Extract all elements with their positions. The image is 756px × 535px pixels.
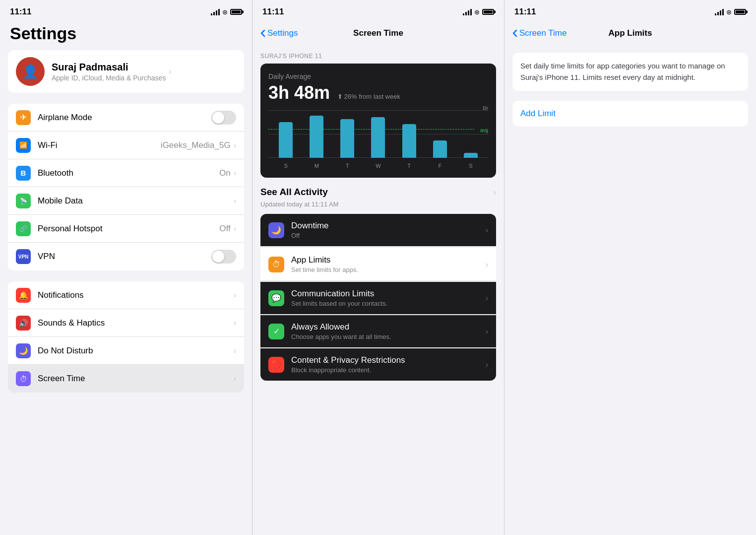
bar-t1 — [340, 119, 354, 158]
updated-text: Updated today at 11:11 AM — [252, 201, 504, 214]
nav-bar-3: Screen Time App Limits — [504, 20, 756, 45]
comm-limits-chevron: › — [486, 294, 488, 303]
back-button-settings[interactable]: Settings — [260, 28, 298, 38]
status-bar-2: 11:11 ⊛ — [252, 0, 504, 20]
content-privacy-text: Content & Privacy Restrictions Block ina… — [291, 355, 486, 374]
see-all-label: See All Activity — [260, 187, 328, 198]
daily-avg-row: 3h 48m ⬆ 26% from last week — [268, 82, 488, 103]
bar-col-t2 — [394, 124, 425, 158]
status-icons-2: ⊛ — [463, 8, 494, 16]
settings-section-2: 🔔 Notifications › 🔊 Sounds & Haptics › 🌙… — [8, 281, 244, 393]
nav-title-app-limits: App Limits — [609, 28, 652, 38]
wifi-label: Wi-Fi — [38, 140, 161, 150]
airplane-mode-icon: ✈ — [16, 110, 31, 125]
screen-time-icon: ⏱ — [16, 371, 31, 386]
status-icons-3: ⊛ — [715, 8, 746, 16]
days-row: S M T W T F S — [268, 163, 488, 169]
app-limits-text: App Limits Set time limits for apps. — [291, 255, 486, 273]
comm-limits-row[interactable]: 💬 Communication Limits Set limits based … — [260, 282, 496, 314]
settings-row-notifications[interactable]: 🔔 Notifications › — [8, 281, 244, 309]
settings-row-bluetooth[interactable]: B Bluetooth On › — [8, 159, 244, 187]
day-s2: S — [455, 163, 486, 169]
status-icons-1: ⊛ — [211, 8, 242, 16]
device-label: SURAJ'S IPHONE 11 — [252, 45, 504, 64]
airplane-mode-label: Airplane Mode — [38, 113, 211, 123]
daily-avg-change: ⬆ 26% from last week — [337, 93, 400, 100]
day-t2: T — [394, 163, 425, 169]
downtime-label: Downtime — [291, 221, 486, 231]
settings-row-wifi[interactable]: 📶 Wi-Fi iGeeks_Media_5G › — [8, 132, 244, 159]
sounds-chevron: › — [234, 319, 236, 328]
bar-col-s1 — [270, 122, 301, 158]
bar-s1 — [279, 122, 293, 158]
hotspot-label: Personal Hotspot — [38, 224, 219, 234]
settings-row-vpn[interactable]: VPN VPN — [8, 243, 244, 270]
screen-time-label: Screen Time — [38, 374, 231, 384]
see-all-row[interactable]: See All Activity › — [252, 178, 504, 201]
app-limits-chevron: › — [486, 260, 488, 269]
settings-row-dnd[interactable]: 🌙 Do Not Disturb › — [8, 337, 244, 365]
always-allowed-chevron: › — [486, 327, 488, 336]
sounds-label: Sounds & Haptics — [38, 318, 231, 328]
bar-s2 — [464, 153, 478, 158]
content-privacy-row[interactable]: 🚫 Content & Privacy Restrictions Block i… — [260, 348, 496, 381]
app-limits-section: ⏱ App Limits Set time limits for apps. › — [260, 248, 496, 281]
comm-limits-icon: 💬 — [268, 290, 284, 306]
day-f: F — [425, 163, 455, 169]
airplane-mode-toggle[interactable] — [211, 111, 236, 125]
usage-chart: 6h avg S M T W T F — [268, 110, 488, 170]
add-limit-row[interactable]: Add Limit — [512, 101, 748, 127]
comm-limits-sub: Set limits based on your contacts. — [291, 300, 486, 307]
wifi-icon-2: ⊛ — [474, 8, 480, 16]
notifications-chevron: › — [234, 291, 236, 300]
bluetooth-icon: B — [16, 166, 31, 181]
downtime-row[interactable]: 🌙 Downtime Off › — [260, 214, 496, 246]
profile-row[interactable]: 👤 Suraj Padmasali Apple ID, iCloud, Medi… — [8, 50, 244, 93]
settings-row-sounds[interactable]: 🔊 Sounds & Haptics › — [8, 309, 244, 337]
avatar: 👤 — [16, 57, 45, 86]
signal-icon — [211, 9, 220, 15]
mobile-data-chevron: › — [234, 197, 236, 205]
settings-row-personal-hotspot[interactable]: 🔗 Personal Hotspot Off › — [8, 215, 244, 243]
wifi-status-icon: ⊛ — [222, 8, 228, 16]
bluetooth-label: Bluetooth — [38, 168, 219, 178]
nav-title-screen-time: Screen Time — [353, 28, 403, 38]
always-allowed-section: ✓ Always Allowed Choose apps you want at… — [260, 315, 496, 347]
always-allowed-row[interactable]: ✓ Always Allowed Choose apps you want at… — [260, 315, 496, 347]
status-bar-3: 11:11 ⊛ — [504, 0, 756, 20]
bar-col-w — [363, 117, 393, 158]
downtime-sub: Off — [291, 232, 486, 239]
app-limits-row[interactable]: ⏱ App Limits Set time limits for apps. › — [260, 248, 496, 280]
app-limits-panel: 11:11 ⊛ Screen Time App Limits Set daily… — [504, 0, 756, 535]
bar-t2 — [402, 124, 416, 158]
wifi-value: iGeeks_Media_5G — [161, 140, 231, 150]
comm-limits-section: 💬 Communication Limits Set limits based … — [260, 282, 496, 314]
wifi-chevron: › — [234, 141, 236, 150]
grid-line-top: 6h — [268, 110, 488, 111]
bluetooth-chevron: › — [234, 169, 236, 178]
back-button-screen-time[interactable]: Screen Time — [512, 28, 567, 38]
dnd-icon: 🌙 — [16, 343, 31, 358]
battery-icon — [230, 9, 242, 15]
dnd-label: Do Not Disturb — [38, 346, 231, 356]
mobile-data-label: Mobile Data — [38, 196, 231, 206]
settings-row-screen-time[interactable]: ⏱ Screen Time › — [8, 365, 244, 393]
settings-row-airplane-mode[interactable]: ✈ Airplane Mode — [8, 104, 244, 132]
bluetooth-value: On — [219, 168, 231, 178]
day-t1: T — [332, 163, 363, 169]
settings-row-mobile-data[interactable]: 📡 Mobile Data › — [8, 187, 244, 215]
see-all-chevron: › — [493, 187, 496, 198]
hotspot-chevron: › — [234, 224, 236, 233]
vpn-toggle[interactable] — [211, 250, 236, 264]
hotspot-icon: 🔗 — [16, 221, 31, 236]
content-privacy-chevron: › — [486, 360, 488, 369]
bars-container — [268, 113, 488, 158]
page-title: Settings — [0, 20, 252, 50]
notifications-icon: 🔔 — [16, 288, 31, 303]
add-limit-label: Add Limit — [520, 109, 556, 118]
downtime-chevron: › — [486, 226, 488, 235]
always-allowed-sub: Choose apps you want at all times. — [291, 333, 486, 340]
profile-subtitle: Apple ID, iCloud, Media & Purchases — [52, 74, 166, 82]
content-privacy-label: Content & Privacy Restrictions — [291, 355, 486, 365]
always-allowed-icon: ✓ — [268, 324, 284, 339]
